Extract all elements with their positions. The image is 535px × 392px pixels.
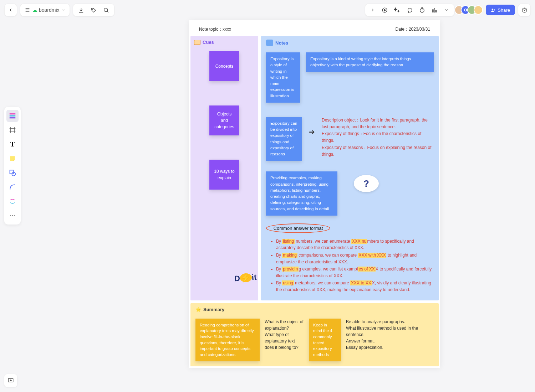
svg-point-26 [12, 172, 15, 176]
shape-tool[interactable] [6, 167, 19, 179]
play-icon[interactable] [382, 7, 388, 13]
brand-dropdown[interactable]: ☁ boardmix [20, 4, 70, 16]
share-label: Share [498, 7, 510, 13]
cue-sticky[interactable]: Objects and categories [209, 105, 239, 135]
collaborator-avatars[interactable]: O [457, 5, 483, 15]
frame-tool[interactable] [6, 124, 19, 136]
note-header: Note topic：xxxx Date：2023/03/31 [189, 20, 440, 36]
svg-rect-18 [10, 113, 16, 115]
note-sticky[interactable]: Expository is a kind of writing style th… [306, 52, 434, 72]
help-icon [521, 7, 528, 13]
text-tool[interactable]: T [6, 138, 19, 150]
utility-group [365, 4, 454, 16]
note-date: Date：2023/03/31 [396, 26, 430, 32]
arrow-icon: ➔ [307, 117, 316, 136]
note-topic: Note topic：xxxx [199, 26, 231, 32]
notes-title: Notes [266, 40, 434, 46]
svg-point-27 [10, 215, 11, 216]
cloud-sync-icon: ☁ [32, 7, 37, 13]
svg-rect-11 [433, 10, 433, 12]
summary-icon: ⭐ [195, 307, 201, 312]
chevron-down-icon [61, 8, 65, 12]
svg-rect-20 [10, 117, 16, 119]
svg-point-28 [12, 215, 13, 216]
summary-title: ⭐ Summary [195, 307, 434, 312]
chevron-down-icon[interactable] [444, 7, 449, 12]
note-sticky[interactable]: Expository can be divided into expositor… [266, 117, 302, 161]
summary-row: Reading comprehension of explanatory tex… [195, 319, 434, 361]
bullet-item: By using metaphors, we can compare XXX t… [276, 280, 434, 293]
file-action-group [73, 4, 114, 16]
note-sticky[interactable]: Providing examples, making comparisons, … [266, 171, 337, 216]
bullet-item: By making comparisons, we can compare XX… [276, 252, 434, 265]
cues-icon [194, 40, 200, 45]
cues-column[interactable]: Cues Concepts Objects and categories 10 … [190, 36, 258, 300]
notes-row: Expository is a style of writing in whic… [266, 52, 434, 103]
line-tool[interactable] [6, 181, 19, 193]
svg-marker-7 [384, 9, 386, 11]
svg-point-14 [492, 9, 493, 10]
download-icon[interactable] [78, 7, 84, 13]
svg-rect-25 [10, 170, 14, 174]
note-sticky[interactable]: Expository is a style of writing in whic… [266, 52, 300, 103]
notes-row: Expository can be divided into expositor… [266, 117, 434, 161]
svg-rect-13 [436, 10, 437, 12]
brand-name: boardmix [39, 7, 60, 13]
avatar[interactable] [474, 5, 483, 15]
help-button[interactable] [518, 4, 531, 16]
template-tool[interactable] [6, 110, 19, 122]
connector-tool[interactable] [6, 195, 19, 207]
chat-icon[interactable] [407, 7, 413, 13]
cornell-body: Cues Concepts Objects and categories 10 … [189, 36, 440, 300]
doit-sticker[interactable]: D⚡it [234, 272, 257, 283]
topbar-right: O Share [365, 4, 531, 16]
summary-sticky[interactable]: Keep in mind the 4 commonly tested expos… [309, 319, 341, 361]
chart-icon[interactable] [432, 7, 438, 13]
svg-point-3 [92, 9, 92, 9]
svg-point-29 [14, 215, 15, 216]
svg-marker-31 [10, 380, 12, 381]
common-answer-format-label[interactable]: Common answer format [266, 223, 330, 233]
svg-point-4 [104, 8, 107, 11]
cues-title: Cues [194, 40, 255, 45]
answer-format-bullets[interactable]: By listing numbers, we can enumerate XXX… [266, 238, 434, 293]
thought-bubble-sticker[interactable]: ? [354, 175, 382, 196]
bullet-item: By providing examples, we can list examp… [276, 266, 434, 279]
presentation-corner-button[interactable] [4, 374, 17, 387]
notes-row: Providing examples, making comparisons, … [266, 171, 434, 216]
summary-sticky[interactable]: Reading comprehension of explanatory tex… [195, 319, 260, 361]
top-bar: ☁ boardmix O Share [4, 4, 531, 16]
topbar-left: ☁ boardmix [4, 4, 114, 16]
cue-sticky[interactable]: Concepts [209, 51, 239, 81]
summary-text[interactable]: Be able to analyze paragraphs. What illu… [346, 319, 434, 351]
notes-icon [266, 40, 273, 46]
cue-sticky[interactable]: 10 ways to explain [209, 160, 239, 190]
more-tools[interactable] [6, 210, 19, 222]
svg-line-5 [107, 11, 108, 12]
search-icon[interactable] [103, 7, 109, 13]
svg-rect-12 [434, 8, 435, 12]
timer-icon[interactable] [419, 7, 425, 13]
sticky-note-tool[interactable] [6, 153, 19, 165]
menu-icon[interactable] [25, 7, 30, 13]
share-person-icon [491, 8, 495, 12]
tool-palette: T [4, 107, 21, 225]
notes-column[interactable]: Notes Expository is a style of writing i… [261, 36, 439, 300]
note-red-text[interactable]: Description object：Look for it in the fi… [322, 117, 434, 158]
back-button[interactable] [4, 4, 17, 16]
sparkle-icon[interactable] [394, 7, 400, 13]
summary-section[interactable]: ⭐ Summary Reading comprehension of expla… [190, 303, 439, 366]
chevron-right-icon[interactable] [370, 7, 375, 12]
share-button[interactable]: Share [486, 5, 515, 15]
tag-icon[interactable] [91, 7, 97, 13]
cornell-note-canvas[interactable]: Note topic：xxxx Date：2023/03/31 Cues Con… [189, 20, 440, 368]
summary-text[interactable]: What is the object of explanation? What … [265, 319, 304, 351]
bullet-item: By listing numbers, we can enumerate XXX… [276, 238, 434, 251]
svg-rect-19 [10, 115, 16, 117]
